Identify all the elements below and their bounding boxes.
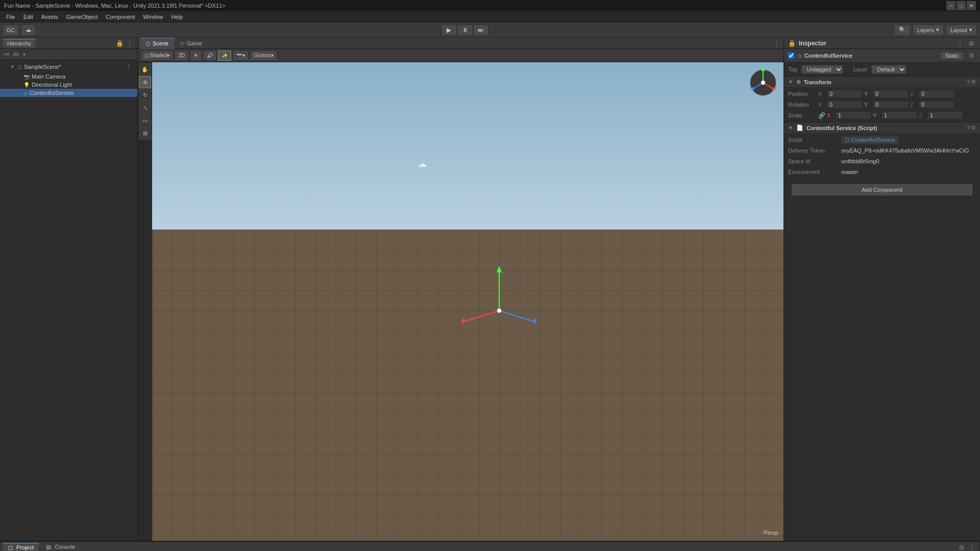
move-tool[interactable]: ⊕	[139, 76, 151, 88]
delivery-token-row: Delivery Token svyEAQ_P8-rodKK475ubafoVM…	[788, 146, 976, 155]
scene-tab[interactable]: ⬡ Scene	[140, 38, 175, 49]
minimize-button[interactable]: ─	[946, 1, 955, 10]
script-section-header[interactable]: ▼ 📄 Contentful Service (Script) ? ⚙	[784, 122, 980, 133]
menu-component[interactable]: Component	[102, 13, 139, 21]
rect-tool[interactable]: ▭	[139, 114, 151, 127]
close-button[interactable]: ✕	[967, 1, 976, 10]
center-panel: ⬡ Scene ▷ Game ⋮ ◻Shaded▾ 2D ☀ 🔊 ✨ 📷▾ Gi…	[138, 38, 783, 541]
transform-help-icon[interactable]: ?	[967, 79, 970, 85]
hierarchy-menu-button[interactable]: ⋮	[125, 39, 134, 48]
project-expand-button[interactable]: ⊞	[957, 543, 966, 552]
project-menu-button[interactable]: ⋮	[967, 543, 976, 552]
scale-link-icon[interactable]: 🔗	[818, 112, 825, 119]
menu-edit[interactable]: Edit	[19, 13, 37, 21]
script-settings-icon[interactable]: ⚙	[971, 124, 976, 131]
menu-help[interactable]: Help	[167, 13, 187, 21]
maximize-button[interactable]: □	[957, 1, 966, 10]
gc-button[interactable]: GC	[3, 24, 19, 36]
hierarchy-tab[interactable]: Hierarchy	[3, 39, 35, 47]
transform-settings-icon[interactable]: ⚙	[971, 79, 976, 85]
environment-value: master	[841, 169, 976, 175]
layout-chevron-icon: ▾	[969, 27, 972, 33]
inspector-expand-button[interactable]: ⊞	[967, 39, 976, 48]
transform-name: Transform	[804, 79, 964, 85]
fx-btn[interactable]: ✨	[218, 51, 231, 61]
transform-tool[interactable]: ⊞	[139, 127, 151, 139]
component-name: ContentfulService	[804, 53, 937, 59]
layer-dropdown[interactable]: Default	[871, 65, 906, 74]
rotation-y-input[interactable]	[873, 101, 909, 109]
project-tab-icon: ◻	[8, 544, 13, 550]
transform-header[interactable]: ▼ ⊕ Transform ? ⚙	[784, 77, 980, 87]
hierarchy-item-maincamera[interactable]: 📷 Main Camera	[0, 72, 137, 81]
hierarchy-search-all[interactable]: All	[12, 52, 20, 57]
2d-btn[interactable]: 2D	[175, 51, 188, 61]
hierarchy-samplescene-label: SampleScene*	[24, 64, 61, 70]
inspector-lock-icon[interactable]: 🔒	[788, 40, 796, 47]
scale-y-input[interactable]	[881, 111, 917, 119]
search-button[interactable]: 🔍	[894, 24, 911, 36]
layout-dropdown[interactable]: Layout ▾	[946, 24, 977, 36]
project-tab[interactable]: ◻ Project	[3, 543, 39, 552]
scene-gizmo-overlay[interactable]: Y X Z	[748, 67, 778, 98]
hierarchy-add-button[interactable]: +▾	[2, 52, 11, 57]
menu-window[interactable]: Window	[139, 13, 167, 21]
menu-assets[interactable]: Assets	[37, 13, 62, 21]
position-z-input[interactable]	[919, 90, 954, 98]
rotation-label: Rotation	[788, 102, 816, 108]
scale-z-input[interactable]	[927, 111, 963, 119]
scale-tool[interactable]: ⤡	[139, 102, 151, 114]
pause-button[interactable]: ⏸	[457, 24, 473, 36]
cloud-button[interactable]: ☁	[21, 24, 36, 36]
rotation-x-input[interactable]	[827, 101, 863, 109]
step-button[interactable]: ⏭	[473, 24, 488, 36]
game-tab[interactable]: ▷ Game	[175, 38, 208, 49]
component-checkbox[interactable]	[788, 53, 794, 59]
script-reference[interactable]: ◻ ContentfulService	[841, 136, 899, 144]
scale-x-input[interactable]	[836, 111, 871, 119]
hierarchy-item-contentfulservice[interactable]: ◇ ContentfulService	[0, 89, 137, 97]
lighting-btn[interactable]: ☀	[190, 51, 202, 61]
inspector-menu-button[interactable]: ⋮	[955, 39, 965, 48]
hierarchy-filter-button[interactable]: ▾	[21, 52, 27, 57]
project-tab-label: Project	[16, 544, 34, 550]
scene-menu-button[interactable]: ⋮	[124, 62, 133, 71]
transform-expand-icon: ▼	[788, 79, 793, 85]
add-component-button[interactable]: Add Component	[792, 184, 972, 195]
window-title: Fun Name - SampleScene - Windows, Mac, L…	[4, 3, 946, 9]
menu-gameobject[interactable]: GameObject	[62, 13, 102, 21]
svg-text:Z: Z	[750, 87, 752, 90]
inspector-header: 🔒 Inspector ⋮ ⊞	[784, 38, 980, 49]
scene-camera-btn[interactable]: 📷▾	[233, 51, 249, 61]
transform-icon: ⊕	[796, 79, 801, 85]
hierarchy-item-directionallight[interactable]: 💡 Directional Light	[0, 81, 137, 89]
hierarchy-camera-label: Main Camera	[32, 73, 65, 80]
layers-chevron-icon: ▾	[936, 27, 939, 33]
hierarchy-header: Hierarchy 🔒 ⋮	[0, 38, 137, 49]
menu-file[interactable]: File	[2, 13, 19, 21]
scene-view: ✋ ⊕ ↻ ⤡ ▭ ⊞ ☁	[138, 62, 783, 541]
rotation-x-axis: X	[818, 102, 825, 108]
static-button[interactable]: Static	[940, 52, 964, 60]
hierarchy-item-samplescene[interactable]: ▼ ⬡ SampleScene* ⋮	[0, 61, 137, 72]
titlebar: Fun Name - SampleScene - Windows, Mac, L…	[0, 0, 980, 11]
position-y-input[interactable]	[873, 90, 909, 98]
rotate-tool[interactable]: ↻	[139, 89, 151, 101]
audio-btn[interactable]: 🔊	[203, 51, 216, 61]
layers-dropdown[interactable]: Layers ▾	[913, 24, 944, 36]
position-x-input[interactable]	[827, 90, 863, 98]
gizmos-btn[interactable]: Gizmos▾	[250, 51, 277, 61]
hand-tool[interactable]: ✋	[139, 63, 151, 76]
hierarchy-lock-button[interactable]: 🔒	[115, 39, 124, 48]
view-menu-button[interactable]: ⋮	[772, 39, 781, 48]
rotation-z-input[interactable]	[919, 101, 954, 109]
shading-btn[interactable]: ◻Shaded▾	[141, 51, 173, 61]
script-help-icon[interactable]: ?	[967, 124, 970, 131]
svg-point-6	[497, 309, 501, 313]
tag-dropdown[interactable]: Untagged	[801, 65, 843, 74]
component-settings-icon[interactable]: ⚙	[967, 51, 976, 60]
console-tab[interactable]: ▤ Console	[41, 543, 80, 551]
script-ref-value: ContentfulService	[851, 137, 895, 143]
play-button[interactable]: ▶	[442, 24, 457, 36]
transform-section: ▼ ⊕ Transform ? ⚙ Position X Y	[784, 77, 980, 122]
